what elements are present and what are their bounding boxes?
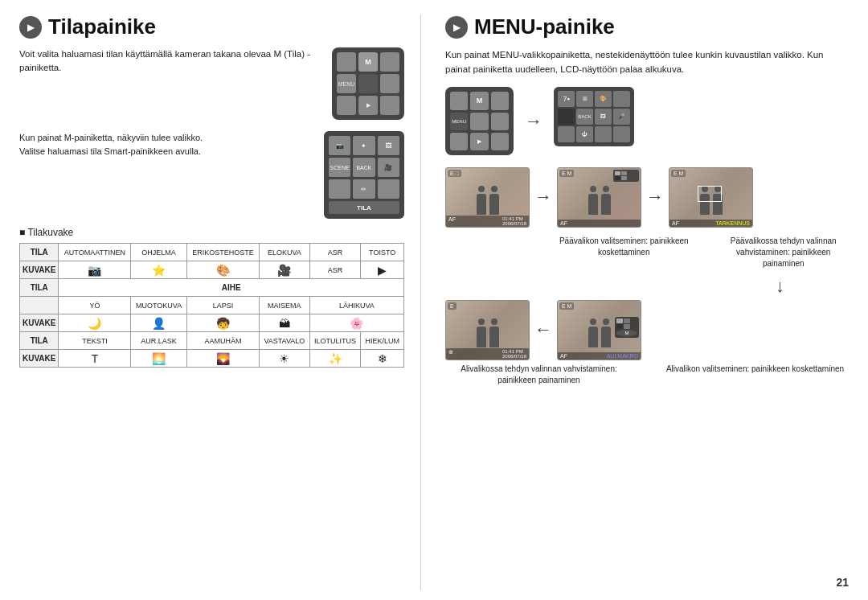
right-arrow-big: → (525, 111, 542, 132)
aihe-lahikuva: LÄHIKUVA (309, 297, 403, 314)
icon-ilotulitus: ✨ (309, 350, 361, 368)
mg-video: 🎥 (378, 158, 399, 177)
caption2-bottom: Alivalikon valitseminen: painikkeen kosk… (661, 364, 849, 386)
arrow-between-screens2: → (646, 187, 664, 208)
arrow-between-screens: → (534, 187, 552, 208)
aihe-yo: YÖ (59, 297, 131, 314)
aihe-muotokuva: MUOTOKUVA (131, 297, 186, 314)
right-arrow-icon (445, 16, 468, 39)
mog-img: 🖼 (595, 109, 612, 125)
col-automaattinen: AUTOMAATTINEN (59, 244, 131, 261)
cam-screen-5: AF AUI MAKRO E M M (557, 300, 641, 360)
right-section-header: MENU-painike (445, 14, 849, 39)
icon-ohjelma: ⭐ (131, 261, 186, 279)
screen3-bottom: AF TARKENNUS (669, 220, 752, 227)
icon-aurlask: 🌅 (131, 350, 186, 368)
aihe-label: AIHE (59, 279, 404, 297)
screen3-top: E M (671, 170, 686, 177)
mog-br3 (613, 126, 630, 142)
right-top-area: M MENU ▶ → 7▪ ⊞ 🎨 (445, 87, 849, 156)
tila-vastavalo: VASTAVALO (260, 332, 310, 350)
empty-row-header (20, 297, 59, 314)
mc-center (470, 113, 488, 130)
screen4-bottom: ⊕ 01:41 PM2006/07/18 (446, 348, 529, 360)
col-ohjelma: OHJELMA (131, 244, 186, 261)
icon-elokuva: 🎥 (260, 261, 310, 279)
left-section-header: Tilapainike (19, 14, 404, 39)
mog-palette: 🎨 (595, 91, 612, 107)
btn-botleft (337, 96, 356, 115)
mg-back: BACK (353, 158, 375, 177)
mog-mic: 🎤 (613, 109, 630, 125)
icon-aamuham: 🌄 (186, 350, 259, 368)
tila-ilotulitus: ILOTULITUS (309, 332, 361, 350)
mog-back2: BACK (576, 109, 593, 125)
kuvake-row5-label: KUVAKE (20, 350, 59, 368)
screen4-top: E (448, 302, 457, 310)
right-section-title: MENU-painike (474, 14, 615, 39)
icon-hiek: ❄ (361, 350, 404, 368)
arrow-down-container: ↓ (445, 276, 849, 297)
mode-selector-area: Kun painat M-painiketta, näkyviin tulee … (19, 131, 404, 219)
camera-m-button-graphic: M MENU ▶ (332, 47, 404, 120)
icon-muotokuva: 👤 (131, 314, 186, 332)
icon-asr: ASR (309, 261, 361, 279)
mg-camera: 📷 (329, 136, 350, 155)
page-number: 21 (836, 576, 849, 589)
mog-black (558, 109, 575, 125)
cam-screen-1: AF 01:41 PM2006/07/18 E □ (445, 167, 530, 228)
btn-topright (380, 52, 399, 72)
col-toisto: TOISTO (361, 244, 404, 261)
left-top-area: Voit valita haluamasi tilan käyttämällä … (19, 47, 404, 120)
arrow-down-icon: ↓ (776, 276, 784, 297)
icon-toisto: ▶ (361, 261, 404, 279)
mog-grid: ⊞ (576, 91, 593, 107)
col-asr: ASR (309, 244, 361, 261)
tila-teksti: TEKSTI (59, 332, 131, 350)
mog-7: 7▪ (558, 91, 575, 107)
cam-screen-2: AF E M (557, 167, 641, 228)
icon-vastavalo: ☀ (260, 350, 310, 368)
tila-row4-label: TILA (20, 332, 59, 350)
icon-maisema: 🏔 (260, 314, 310, 332)
mc-topleft (450, 92, 468, 109)
screen4-overlay: ⊕ 01:41 PM2006/07/18 (446, 301, 529, 360)
cam-screens-top: AF 01:41 PM2006/07/18 E □ → AF (445, 167, 849, 228)
screen5-bottom: AF AUI MAKRO (558, 352, 641, 360)
mc-botright (491, 133, 509, 150)
btn-botright (380, 96, 399, 115)
tila-row2-label: TILA (20, 279, 59, 297)
btn-play: ▶ (358, 96, 378, 115)
left-description: Voit valita haluamasi tilan käyttämällä … (19, 47, 324, 120)
mode-grid-graphic: 📷 ✦ 🖼 SCENE BACK 🎥 ✏ TILA (324, 131, 404, 219)
tilakuvake-label: Tilakuvake (19, 227, 404, 238)
tila-table: TILA AUTOMAATTINEN OHJELMA ERIKOSTEHOSTE… (19, 243, 404, 368)
btn-midleft: MENU (337, 74, 356, 93)
tila-hiek: HIEK/LUM (361, 332, 404, 350)
icon-auto: 📷 (59, 261, 131, 279)
btn-topleft (337, 52, 356, 72)
mog-pwr: ⏻ (576, 126, 593, 142)
right-column: MENU-painike Kun painat MENU-valikkopain… (437, 14, 849, 590)
cam-screens-bottom: ⊕ 01:41 PM2006/07/18 E ← AF (445, 300, 849, 360)
mg-empty (329, 179, 350, 199)
ohjelma-label: OHJELMA (554, 148, 634, 156)
mog-tr (613, 91, 630, 107)
caption1-top: Päävalikon valitseminen: painikkeen kosk… (559, 236, 690, 269)
col-erikostehoste: ERIKOSTEHOSTE (186, 244, 259, 261)
kuvake-row1-label: KUVAKE (20, 261, 59, 279)
tila-aamuham: AAMUHÄM (186, 332, 259, 350)
mog-bl (558, 126, 575, 142)
captions-top: Päävalikon valitseminen: painikkeen kosk… (445, 236, 849, 269)
aihe-lapsi: LAPSI (186, 297, 259, 314)
screen2-top: E M (559, 170, 574, 177)
caption2-top: Päävalikossa tehdyn valinnan vahvistamin… (719, 236, 850, 269)
tila-aurlask: AUR.LASK (131, 332, 186, 350)
right-description: Kun painat MENU-valikkopainiketta, neste… (445, 47, 849, 77)
icon-erikois: 🎨 (186, 261, 259, 279)
screen1-top: E □ (448, 170, 461, 177)
col-elokuva: ELOKUVA (260, 244, 310, 261)
aihe-maisema: MAISEMA (260, 297, 310, 314)
mg-star: ✦ (353, 136, 375, 155)
screen5-top: E M (559, 302, 574, 310)
